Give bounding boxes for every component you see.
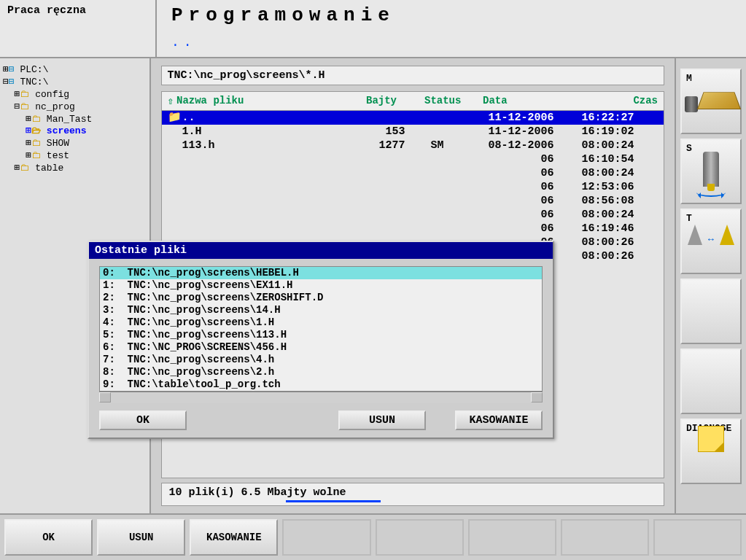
file-row[interactable]: 0608:00:24	[162, 166, 664, 180]
tree-folder-config[interactable]: ⊞🗀 config	[3, 89, 147, 101]
dialog-title: Ostatnie pliki	[89, 242, 553, 259]
tree-folder-mantast[interactable]: ⊞🗀 Man_Tast	[3, 114, 147, 126]
sort-arrow-icon: ⇧	[168, 95, 174, 107]
horizontal-softkeys: OK USUN KASOWANIE	[0, 513, 746, 560]
recent-item[interactable]: 8: TNC:\nc_prog\screens\2.h	[100, 366, 542, 378]
softkey-kasowanie[interactable]: KASOWANIE	[190, 519, 278, 556]
machine-icon	[685, 86, 737, 112]
path-display: TNC:\nc_prog\screens\*.H	[161, 66, 664, 85]
mode-label: Praca ręczna	[0, 0, 157, 57]
file-row[interactable]: 1.H15311-12-200616:19:02	[162, 125, 664, 139]
recent-scrollbar[interactable]	[99, 392, 543, 403]
recent-files-dialog: Ostatnie pliki 0: TNC:\nc_prog\screens\H…	[88, 241, 554, 439]
softkey-m[interactable]: M	[680, 69, 742, 134]
softkey-empty[interactable]	[468, 519, 556, 556]
file-row[interactable]: 0612:53:06	[162, 180, 664, 194]
scroll-left-icon[interactable]	[99, 392, 111, 402]
spindle-icon	[703, 152, 719, 187]
vertical-softkeys: M S T ↔ DIAGNOSE	[675, 58, 746, 513]
scroll-right-icon[interactable]	[531, 392, 543, 402]
recent-item[interactable]: 1: TNC:\nc_prog\screens\EX11.H	[100, 279, 542, 292]
note-icon	[698, 426, 724, 452]
softkey-t[interactable]: T ↔	[680, 209, 742, 274]
tool-icon: ↔	[685, 225, 737, 245]
column-time[interactable]: Czas	[585, 95, 658, 107]
recent-item[interactable]: 6: TNC:\NC_PROG\SCREENS\456.H	[100, 341, 542, 354]
recent-item[interactable]: 7: TNC:\nc_prog\screens\4.h	[100, 354, 542, 366]
file-row[interactable]: 0616:10:54	[162, 152, 664, 166]
recent-item[interactable]: 4: TNC:\nc_prog\screens\1.H	[100, 316, 542, 329]
tree-folder-ncprog[interactable]: ⊟🗀 nc_prog	[3, 101, 147, 114]
tree-folder-table[interactable]: ⊞🗀 table	[3, 163, 147, 175]
column-name[interactable]: Nazwa pliku	[176, 95, 366, 107]
softkey-s[interactable]: S	[680, 139, 742, 204]
tree-drive-tnc[interactable]: ⊟⊟ TNC:\	[3, 77, 147, 89]
file-list-header[interactable]: ⇧ Nazwa pliku Bajty Status Data Czas	[161, 91, 664, 111]
title-area: Programowanie ..	[157, 0, 746, 57]
column-date[interactable]: Data	[483, 95, 585, 107]
status-bar: 10 plik(i) 6.5 Mbajty wolne	[161, 483, 664, 506]
file-row[interactable]: 113.h1277SM08-12-200608:00:24	[162, 139, 664, 152]
rotation-arrow-icon	[696, 188, 726, 197]
column-status[interactable]: Status	[424, 95, 483, 107]
softkey-empty[interactable]	[561, 519, 649, 556]
tree-folder-show[interactable]: ⊞🗀 SHOW	[3, 138, 147, 150]
softkey-empty-1[interactable]	[680, 279, 742, 344]
tree-folder-test[interactable]: ⊞🗀 test	[3, 150, 147, 163]
dialog-ok-button[interactable]: OK	[99, 411, 187, 430]
softkey-empty[interactable]	[653, 519, 742, 556]
header: Praca ręczna Programowanie ..	[0, 0, 746, 58]
softkey-empty-2[interactable]	[680, 349, 742, 414]
page-title: Programowanie	[171, 4, 731, 26]
column-bytes[interactable]: Bajty	[366, 95, 424, 107]
tree-folder-screens[interactable]: ⊞🗁 screens	[3, 125, 147, 138]
file-row[interactable]: 0616:19:46	[162, 222, 664, 236]
file-row[interactable]: 0608:00:24	[162, 208, 664, 222]
recent-item[interactable]: 3: TNC:\nc_prog\screens\14.H	[100, 304, 542, 316]
softkey-empty[interactable]	[282, 519, 370, 556]
status-underline	[286, 500, 381, 502]
recent-item[interactable]: 9: TNC:\table\tool_p_org.tch	[100, 378, 542, 391]
recent-item[interactable]: 5: TNC:\nc_prog\screens\113.H	[100, 329, 542, 341]
recent-files-list[interactable]: 0: TNC:\nc_prog\screens\HEBEL.H1: TNC:\n…	[99, 266, 543, 392]
file-row[interactable]: 📁..11-12-200616:22:27	[162, 111, 664, 125]
title-subtitle: ..	[171, 35, 731, 50]
softkey-ok[interactable]: OK	[4, 519, 93, 556]
softkey-empty[interactable]	[376, 519, 464, 556]
recent-item[interactable]: 2: TNC:\nc_prog\screens\ZEROSHIFT.D	[100, 292, 542, 304]
softkey-usun[interactable]: USUN	[97, 519, 185, 556]
dialog-usun-button[interactable]: USUN	[338, 411, 426, 430]
softkey-diagnose[interactable]: DIAGNOSE	[680, 419, 742, 484]
file-row[interactable]: 0608:56:08	[162, 194, 664, 208]
tree-drive-plc[interactable]: ⊞⊟ PLC:\	[3, 64, 147, 77]
dialog-kasowanie-button[interactable]: KASOWANIE	[455, 411, 543, 430]
recent-item[interactable]: 0: TNC:\nc_prog\screens\HEBEL.H	[100, 267, 542, 279]
